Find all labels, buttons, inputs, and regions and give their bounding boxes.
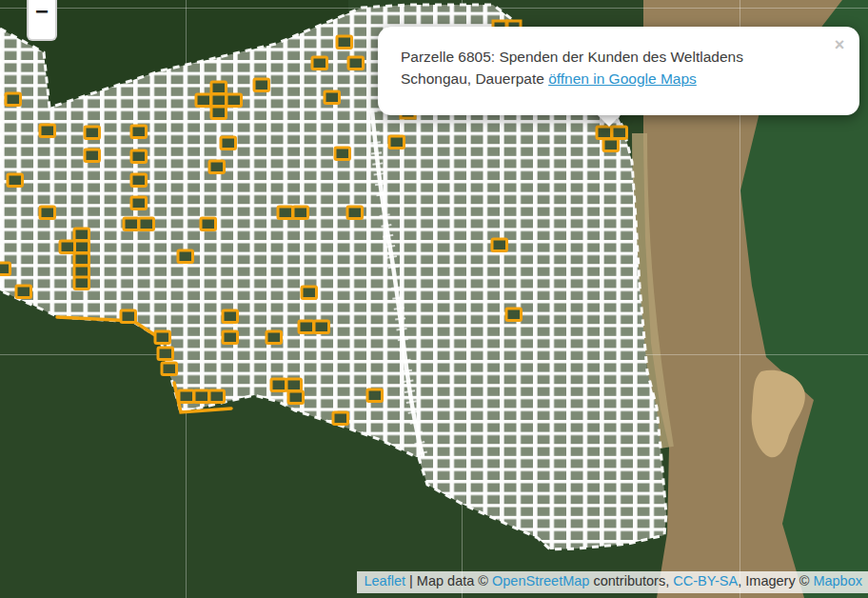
parcel-cell-highlighted[interactable] — [603, 139, 619, 151]
parcel-cell-highlighted[interactable] — [211, 107, 227, 119]
parcel-cell-highlighted[interactable] — [124, 218, 139, 230]
parcel-cell-highlighted[interactable] — [40, 125, 55, 137]
parcel-cell-highlighted[interactable] — [194, 390, 209, 403]
parcel-cell-highlighted[interactable] — [271, 379, 286, 391]
parcel-cell-highlighted[interactable] — [6, 93, 21, 106]
parcel-cell-highlighted[interactable] — [85, 150, 100, 162]
parcel-popup: Parzelle 6805: Spenden der Kunden des We… — [378, 27, 859, 115]
license-link[interactable]: CC-BY-SA — [673, 573, 738, 588]
parcel-cell-highlighted[interactable] — [335, 148, 350, 160]
popup-content: Parzelle 6805: Spenden der Kunden des We… — [401, 46, 778, 90]
parcel-cell-highlighted[interactable] — [139, 218, 154, 230]
parcel-cell-highlighted[interactable] — [178, 250, 193, 263]
parcel-cell-highlighted[interactable] — [325, 91, 340, 104]
parcel-cell-highlighted[interactable] — [179, 390, 194, 403]
parcel-cell-highlighted[interactable] — [347, 207, 363, 219]
parcel-cell-highlighted[interactable] — [223, 331, 238, 344]
parcel-cell-highlighted[interactable] — [333, 412, 348, 425]
parcel-cell-highlighted[interactable] — [223, 310, 238, 323]
parcel-cell-highlighted[interactable] — [286, 379, 302, 391]
map-container[interactable]: Parzelle 6805: Spenden der Kunden des We… — [0, 0, 868, 598]
parcel-cell-highlighted[interactable] — [60, 241, 75, 253]
parcel-cell-highlighted[interactable] — [337, 36, 352, 49]
parcel-cell-highlighted[interactable] — [492, 239, 507, 251]
parcel-cell-highlighted[interactable] — [302, 287, 317, 299]
parcel-cell-highlighted[interactable] — [209, 390, 225, 403]
parcel-cell-highlighted[interactable] — [16, 286, 31, 298]
parcel-cell-highlighted[interactable] — [131, 150, 147, 163]
parcel-cell-highlighted[interactable] — [40, 207, 55, 219]
parcel-cell-highlighted[interactable] — [314, 321, 329, 333]
popup-text-line2: Schongau, Dauerpate — [401, 70, 548, 87]
contributors-text: contributors, — [589, 573, 673, 588]
imagery-text: , Imagery © — [738, 573, 813, 588]
parcel-cell-highlighted[interactable] — [131, 197, 147, 209]
leaflet-link[interactable]: Leaflet — [364, 573, 405, 588]
parcel-cell-highlighted[interactable] — [158, 348, 173, 360]
parcel-cell-highlighted[interactable] — [367, 389, 383, 402]
parcel-cell-highlighted[interactable] — [155, 331, 170, 344]
openstreetmap-link[interactable]: OpenStreetMap — [492, 573, 589, 588]
parcel-cell-highlighted[interactable] — [74, 241, 89, 253]
parcel-cell-highlighted[interactable] — [506, 309, 522, 321]
parcel-cell-highlighted[interactable] — [612, 127, 627, 139]
parcel-cell-highlighted[interactable] — [196, 94, 211, 107]
parcel-cell-highlighted[interactable] — [288, 391, 304, 404]
popup-text-line1: Parzelle 6805: Spenden der Kunden des We… — [401, 49, 743, 65]
parcel-cell-highlighted[interactable] — [85, 127, 100, 139]
parcel-cell-highlighted[interactable] — [131, 126, 147, 138]
parcel-cell-highlighted[interactable] — [74, 277, 89, 289]
popup-close-icon[interactable]: × — [830, 35, 849, 54]
google-maps-link[interactable]: öffnen in Google Maps — [548, 70, 697, 87]
parcel-cell-highlighted[interactable] — [312, 57, 327, 70]
parcel-cell-highlighted[interactable] — [162, 363, 177, 375]
parcel-cell-highlighted[interactable] — [278, 207, 293, 219]
parcel-cell-highlighted[interactable] — [221, 137, 236, 150]
parcel-cell-highlighted[interactable] — [209, 161, 225, 173]
parcel-cell-highlighted[interactable] — [201, 218, 216, 230]
parcel-cell-highlighted[interactable] — [211, 94, 227, 107]
attribution-separator: | — [405, 573, 417, 588]
parcel-cell-highlighted[interactable] — [74, 253, 89, 266]
parcel-cell-highlighted[interactable] — [227, 94, 242, 107]
parcel-cell-highlighted[interactable] — [0, 263, 10, 275]
parcel-cell-highlighted[interactable] — [597, 127, 612, 139]
parcel-cell-highlighted[interactable] — [389, 136, 404, 149]
parcel-cell-highlighted[interactable] — [211, 82, 227, 94]
parcel-cell-highlighted[interactable] — [8, 174, 23, 187]
parcel-cell-highlighted[interactable] — [74, 229, 89, 241]
parcel-cell-highlighted[interactable] — [254, 79, 269, 91]
parcel-cell-highlighted[interactable] — [266, 331, 282, 344]
mapbox-link[interactable]: Mapbox — [813, 573, 862, 588]
zoom-out-button[interactable]: − — [29, 0, 55, 39]
map-data-text: Map data © — [417, 573, 492, 588]
parcel-cell-highlighted[interactable] — [299, 321, 314, 333]
parcel-cell-highlighted[interactable] — [293, 207, 308, 219]
parcel-cell-highlighted[interactable] — [348, 57, 364, 70]
attribution-bar: Leaflet | Map data © OpenStreetMap contr… — [357, 571, 868, 593]
parcel-cell-highlighted[interactable] — [121, 310, 136, 323]
parcel-cell-highlighted[interactable] — [131, 174, 147, 187]
zoom-control: − — [27, 0, 57, 41]
